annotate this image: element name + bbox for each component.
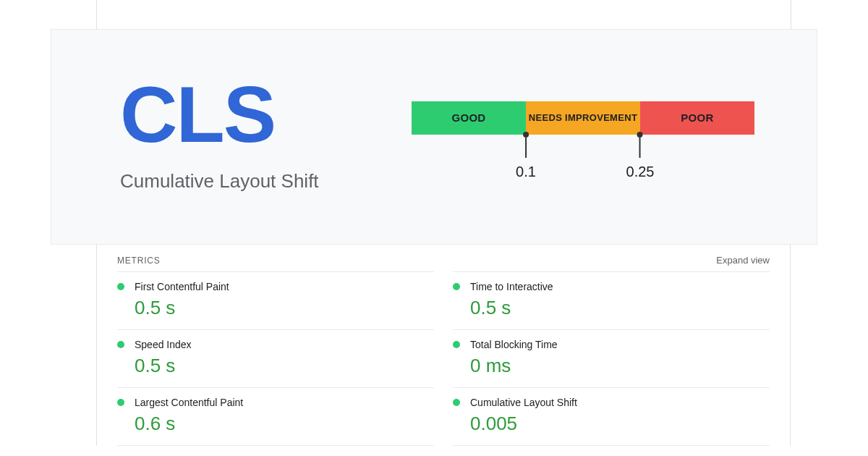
tick-line-icon: [639, 138, 641, 158]
segment-needs-improvement: NEEDS IMPROVEMENT: [526, 101, 640, 135]
tick-dot-icon: [637, 132, 643, 138]
threshold-bar-segments: GOOD NEEDS IMPROVEMENT POOR: [412, 101, 754, 135]
metric-name: Time to Interactive: [470, 281, 553, 292]
metric-lcp[interactable]: Largest Contentful Paint 0.6 s: [117, 387, 434, 445]
metric-name: Largest Contentful Paint: [135, 397, 243, 408]
metric-name: First Contentful Paint: [135, 281, 229, 292]
threshold-tick-1: 0.1: [516, 132, 536, 180]
hero-subtitle: Cumulative Layout Shift: [120, 170, 319, 193]
threshold-value-1: 0.1: [516, 164, 536, 180]
threshold-ticks: 0.1 0.25: [412, 135, 754, 178]
metrics-panel: METRICS Expand view First Contentful Pai…: [96, 245, 791, 446]
tick-line-icon: [525, 138, 527, 158]
expand-view-button[interactable]: Expand view: [716, 255, 770, 266]
status-dot-icon: [453, 399, 460, 406]
metric-name: Total Blocking Time: [470, 339, 558, 350]
status-dot-icon: [453, 341, 460, 348]
metric-value: 0.6 s: [135, 413, 434, 435]
metric-cls[interactable]: Cumulative Layout Shift 0.005: [453, 387, 770, 445]
threshold-tick-2: 0.25: [626, 132, 655, 180]
metrics-section-title: METRICS: [117, 256, 161, 266]
threshold-value-2: 0.25: [626, 164, 655, 180]
metric-name: Speed Index: [135, 339, 192, 350]
metric-value: 0.5 s: [470, 297, 770, 319]
metrics-grid: First Contentful Paint 0.5 s Speed Index…: [117, 271, 770, 446]
status-dot-icon: [453, 283, 460, 290]
metric-speed-index[interactable]: Speed Index 0.5 s: [117, 329, 434, 387]
segment-good: GOOD: [412, 101, 526, 135]
metric-fcp[interactable]: First Contentful Paint 0.5 s: [117, 271, 434, 329]
status-dot-icon: [117, 341, 124, 348]
hero-title: CLS: [120, 75, 319, 154]
metrics-col-right: Time to Interactive 0.5 s Total Blocking…: [453, 271, 770, 446]
hero-left: CLS Cumulative Layout Shift: [120, 75, 319, 193]
status-dot-icon: [117, 283, 124, 290]
outer-rule-right: [791, 0, 791, 29]
metric-tti[interactable]: Time to Interactive 0.5 s: [453, 271, 770, 329]
metrics-col-left: First Contentful Paint 0.5 s Speed Index…: [117, 271, 434, 446]
segment-poor: POOR: [640, 101, 754, 135]
metric-name: Cumulative Layout Shift: [470, 397, 577, 408]
threshold-bar: GOOD NEEDS IMPROVEMENT POOR 0.1 0.25: [412, 101, 754, 178]
tick-dot-icon: [523, 132, 529, 138]
status-dot-icon: [117, 399, 124, 406]
metrics-header: METRICS Expand view: [117, 255, 770, 271]
metric-tbt[interactable]: Total Blocking Time 0 ms: [453, 329, 770, 387]
page-root: CLS Cumulative Layout Shift GOOD NEEDS I…: [0, 0, 868, 456]
hero-card: CLS Cumulative Layout Shift GOOD NEEDS I…: [51, 29, 817, 245]
metric-divider: [453, 445, 770, 446]
metric-divider: [117, 445, 434, 446]
metric-value: 0.5 s: [135, 297, 434, 319]
metric-value: 0.5 s: [135, 355, 434, 377]
outer-rule-left: [96, 0, 97, 29]
metric-value: 0 ms: [470, 355, 770, 377]
metric-value: 0.005: [470, 413, 770, 435]
